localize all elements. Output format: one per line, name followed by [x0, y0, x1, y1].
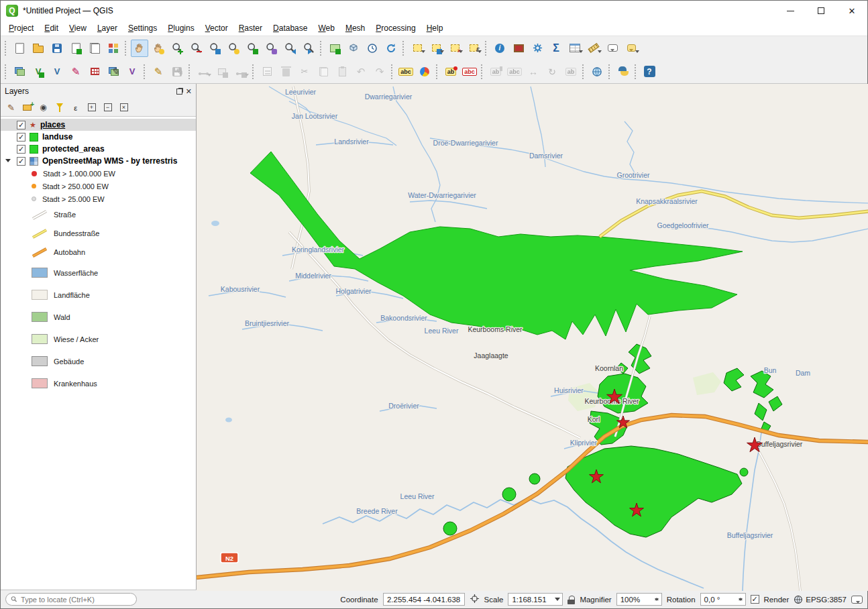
- menu-processing[interactable]: Processing: [370, 22, 421, 34]
- metasearch-button[interactable]: [588, 63, 606, 80]
- add-feature-button[interactable]: [213, 63, 231, 80]
- identify-features-button[interactable]: [491, 40, 508, 57]
- lock-scale-icon[interactable]: [567, 596, 575, 604]
- undo-button[interactable]: [352, 63, 370, 80]
- vertex-tool-button[interactable]: [232, 63, 250, 80]
- zoom-native-button[interactable]: [262, 40, 280, 57]
- zoom-last-button[interactable]: [281, 40, 299, 57]
- modify-attributes-button[interactable]: [258, 63, 276, 80]
- save-project-button[interactable]: [48, 40, 66, 57]
- add-group-button[interactable]: [19, 100, 35, 115]
- map-canvas[interactable]: N2 Leeurivier Dwarriegarivier Jan Lootsr…: [197, 84, 868, 590]
- toggle-editing-button[interactable]: [150, 63, 167, 80]
- select-features-by-value-button[interactable]: [427, 40, 445, 57]
- crs-button[interactable]: EPSG:3857: [794, 595, 847, 604]
- open-layer-styling-button[interactable]: [3, 100, 19, 115]
- legend-item-strasse[interactable]: Straße: [1, 205, 196, 224]
- zoom-next-button[interactable]: [300, 40, 317, 57]
- landuse-visibility-checkbox[interactable]: [17, 133, 25, 142]
- minimize-button[interactable]: [775, 1, 806, 21]
- show-layout-manager-button[interactable]: [86, 40, 103, 57]
- menu-settings[interactable]: Settings: [123, 22, 162, 34]
- menu-vector[interactable]: Vector: [200, 22, 233, 34]
- locate-input[interactable]: [21, 596, 131, 604]
- osm-wms-visibility-checkbox[interactable]: [17, 157, 25, 166]
- legend-item-bundesstrasse[interactable]: Bundesstraße: [1, 224, 196, 243]
- legend-item-wald[interactable]: Wald: [1, 306, 196, 328]
- delete-selected-button[interactable]: [277, 63, 294, 80]
- zoom-out-button[interactable]: [187, 40, 205, 57]
- panel-close-icon[interactable]: ✕: [186, 88, 192, 95]
- layer-row-places[interactable]: places: [1, 119, 196, 131]
- new-raster-layer-button[interactable]: [86, 63, 103, 80]
- zoom-in-button[interactable]: [168, 40, 186, 57]
- highlight-pinned-labels-button[interactable]: [461, 63, 478, 80]
- scale-combo[interactable]: 1:168.151: [508, 593, 563, 606]
- redo-button[interactable]: [371, 63, 388, 80]
- rotate-label-button[interactable]: [543, 63, 561, 80]
- remove-layer-button[interactable]: ×: [116, 100, 131, 115]
- change-label-properties-button[interactable]: [562, 63, 580, 80]
- layer-labeling-options-button[interactable]: [397, 63, 415, 80]
- toggle-extents-button[interactable]: [470, 594, 480, 605]
- label-toolbar-options-button[interactable]: [442, 63, 459, 80]
- manage-map-themes-button[interactable]: [36, 100, 51, 115]
- pin-unpin-labels-button[interactable]: [487, 63, 504, 80]
- new-shapefile-layer-button[interactable]: [48, 63, 66, 80]
- rotation-spinbox[interactable]: 0,0 °: [700, 593, 746, 606]
- collapse-all-button[interactable]: −: [100, 100, 115, 115]
- deselect-features-button[interactable]: [446, 40, 464, 57]
- locate-search[interactable]: [5, 593, 137, 606]
- menu-project[interactable]: Project: [3, 22, 39, 34]
- pan-map-button[interactable]: [131, 40, 148, 57]
- magnifier-spinbox[interactable]: 100%: [616, 593, 662, 606]
- data-source-manager-button[interactable]: [11, 63, 28, 80]
- filter-legend-button[interactable]: [52, 100, 67, 115]
- map-tips-button[interactable]: [604, 40, 621, 57]
- menu-layer[interactable]: Layer: [92, 22, 123, 34]
- menu-mesh[interactable]: Mesh: [340, 22, 370, 34]
- menu-view[interactable]: View: [64, 22, 92, 34]
- temporal-controller-button[interactable]: [364, 40, 381, 57]
- new-virtual-layer-button[interactable]: [123, 63, 141, 80]
- select-features-button[interactable]: [409, 40, 426, 57]
- protected-areas-visibility-checkbox[interactable]: [17, 145, 25, 154]
- render-checkbox[interactable]: [751, 595, 759, 604]
- save-layer-edits-button[interactable]: [168, 63, 186, 80]
- zoom-to-selection-button[interactable]: [225, 40, 242, 57]
- new-project-button[interactable]: [11, 40, 28, 57]
- layer-row-osm-wms[interactable]: OpenStreetMap WMS - by terrestris: [1, 155, 196, 167]
- layer-row-protected-areas[interactable]: protected_areas: [1, 143, 196, 155]
- filter-by-expression-button[interactable]: [68, 100, 83, 115]
- style-manager-button[interactable]: [105, 40, 122, 57]
- zoom-to-layer-button[interactable]: [243, 40, 261, 57]
- copy-features-button[interactable]: [315, 63, 332, 80]
- messages-button[interactable]: [851, 596, 863, 604]
- new-spatialite-layer-button[interactable]: [67, 63, 85, 80]
- open-project-button[interactable]: [30, 40, 47, 57]
- new-map-view-button[interactable]: [326, 40, 343, 57]
- menu-web[interactable]: Web: [313, 22, 339, 34]
- move-label-button[interactable]: [525, 63, 542, 80]
- new-geopackage-layer-button[interactable]: [30, 63, 47, 80]
- processing-toolbox-button[interactable]: [529, 40, 546, 57]
- places-visibility-checkbox[interactable]: [17, 121, 25, 129]
- close-button[interactable]: ✕: [836, 1, 867, 21]
- panel-float-icon[interactable]: [176, 89, 182, 95]
- legend-item-autobahn[interactable]: Autobahn: [1, 243, 196, 262]
- layer-diagram-options-button[interactable]: [416, 63, 433, 80]
- expand-all-button[interactable]: +: [84, 100, 99, 115]
- paste-features-button[interactable]: [333, 63, 351, 80]
- legend-item-stadt-1m[interactable]: Stadt > 1.000.000 EW: [1, 167, 196, 180]
- cut-features-button[interactable]: [296, 63, 313, 80]
- zoom-full-extent-button[interactable]: [206, 40, 223, 57]
- legend-item-wasserflaeche[interactable]: Wasserfläche: [1, 262, 196, 284]
- refresh-button[interactable]: [382, 40, 400, 57]
- new-3d-map-view-button[interactable]: [345, 40, 362, 57]
- open-attribute-table-button[interactable]: [566, 40, 584, 57]
- menu-raster[interactable]: Raster: [233, 22, 268, 34]
- coordinate-value-box[interactable]: 2.255.454 -4.041.638: [383, 593, 465, 606]
- measure-line-button[interactable]: [585, 40, 602, 57]
- menu-plugins[interactable]: Plugins: [162, 22, 199, 34]
- expander-arrow-icon[interactable]: [5, 159, 11, 165]
